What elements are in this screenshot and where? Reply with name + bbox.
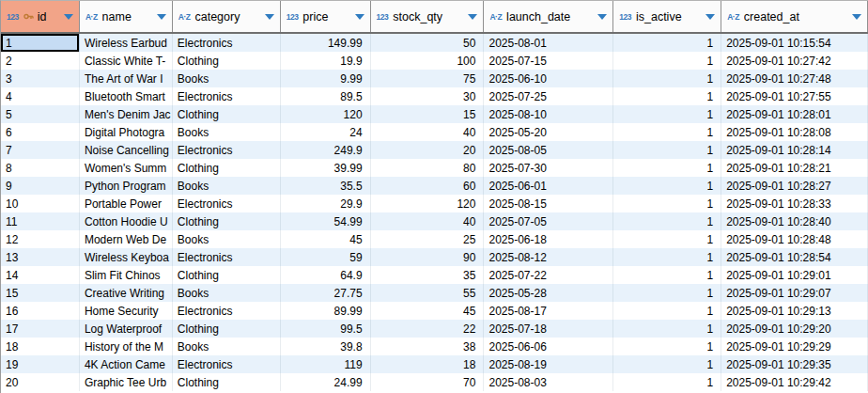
cell-id[interactable]: 9: [1, 177, 80, 195]
cell-is_active[interactable]: 1: [613, 320, 721, 338]
cell-name[interactable]: The Art of War I: [80, 70, 173, 87]
cell-name[interactable]: Wireless Earbud: [80, 34, 173, 52]
cell-name[interactable]: Digital Photogra: [80, 123, 173, 141]
cell-id[interactable]: 17: [1, 320, 80, 338]
cell-launch_date[interactable]: 2025-07-30: [484, 159, 613, 177]
cell-created_at[interactable]: 2025-09-01 10:29:35: [721, 355, 868, 373]
cell-launch_date[interactable]: 2025-08-15: [484, 195, 613, 212]
cell-stock_qty[interactable]: 15: [371, 105, 485, 123]
cell-id[interactable]: 15: [1, 284, 80, 302]
cell-stock_qty[interactable]: 25: [371, 230, 485, 248]
cell-created_at[interactable]: 2025-09-01 10:27:42: [721, 52, 868, 70]
cell-created_at[interactable]: 2025-09-01 10:28:01: [721, 105, 868, 123]
cell-created_at[interactable]: 2025-09-01 10:28:40: [721, 212, 868, 230]
cell-created_at[interactable]: 2025-09-01 10:15:54: [721, 34, 868, 52]
cell-category[interactable]: Books: [173, 338, 281, 355]
cell-price[interactable]: 89.5: [281, 87, 371, 105]
column-header-name[interactable]: A·Zname: [80, 1, 173, 32]
column-header-stock_qty[interactable]: 123stock_qty: [371, 1, 485, 32]
cell-launch_date[interactable]: 2025-07-25: [484, 87, 613, 105]
cell-is_active[interactable]: 1: [613, 212, 721, 230]
cell-created_at[interactable]: 2025-09-01 10:29:42: [721, 373, 868, 391]
selected-cell[interactable]: 1: [1, 34, 80, 52]
cell-stock_qty[interactable]: 55: [371, 284, 485, 302]
cell-category[interactable]: Books: [173, 230, 281, 248]
cell-name[interactable]: Modern Web De: [80, 230, 173, 248]
cell-name[interactable]: Log Waterproof: [80, 320, 173, 338]
cell-name[interactable]: Noise Cancelling: [80, 141, 173, 159]
cell-launch_date[interactable]: 2025-06-01: [484, 177, 613, 195]
cell-created_at[interactable]: 2025-09-01 10:27:48: [721, 70, 868, 87]
cell-category[interactable]: Books: [173, 70, 281, 87]
cell-stock_qty[interactable]: 70: [371, 373, 485, 391]
filter-dropdown-icon[interactable]: [157, 14, 166, 20]
cell-name[interactable]: Home Security: [80, 302, 173, 320]
cell-name[interactable]: Classic White T-: [80, 52, 173, 70]
cell-id[interactable]: 16: [1, 302, 80, 320]
cell-launch_date[interactable]: 2025-07-05: [484, 212, 613, 230]
cell-id[interactable]: 12: [1, 230, 80, 248]
cell-launch_date[interactable]: 2025-06-18: [484, 230, 613, 248]
cell-name[interactable]: Women's Summ: [80, 159, 173, 177]
cell-price[interactable]: 35.5: [281, 177, 371, 195]
cell-name[interactable]: 4K Action Came: [80, 355, 173, 373]
cell-is_active[interactable]: 1: [613, 195, 721, 212]
cell-price[interactable]: 24: [281, 123, 371, 141]
cell-id[interactable]: 10: [1, 195, 80, 212]
cell-is_active[interactable]: 1: [613, 141, 721, 159]
cell-id[interactable]: 4: [1, 87, 80, 105]
cell-is_active[interactable]: 1: [613, 87, 721, 105]
cell-category[interactable]: Clothing: [173, 52, 281, 70]
cell-price[interactable]: 9.99: [281, 70, 371, 87]
cell-created_at[interactable]: 2025-09-01 10:29:07: [721, 284, 868, 302]
cell-category[interactable]: Electronics: [173, 34, 281, 52]
cell-is_active[interactable]: 1: [613, 230, 721, 248]
cell-price[interactable]: 120: [281, 105, 371, 123]
column-header-id[interactable]: 123id: [1, 1, 80, 32]
cell-id[interactable]: 13: [1, 248, 80, 266]
cell-id[interactable]: 7: [1, 141, 80, 159]
cell-name[interactable]: History of the M: [80, 338, 173, 355]
cell-stock_qty[interactable]: 22: [371, 320, 485, 338]
cell-category[interactable]: Electronics: [173, 195, 281, 212]
cell-stock_qty[interactable]: 40: [371, 212, 485, 230]
cell-stock_qty[interactable]: 120: [371, 195, 485, 212]
cell-category[interactable]: Electronics: [173, 302, 281, 320]
cell-launch_date[interactable]: 2025-08-19: [484, 355, 613, 373]
cell-name[interactable]: Wireless Keyboa: [80, 248, 173, 266]
cell-created_at[interactable]: 2025-09-01 10:28:21: [721, 159, 868, 177]
cell-price[interactable]: 59: [281, 248, 371, 266]
cell-is_active[interactable]: 1: [613, 52, 721, 70]
cell-category[interactable]: Clothing: [173, 373, 281, 391]
cell-created_at[interactable]: 2025-09-01 10:29:13: [721, 302, 868, 320]
cell-price[interactable]: 27.75: [281, 284, 371, 302]
cell-is_active[interactable]: 1: [613, 123, 721, 141]
cell-price[interactable]: 89.99: [281, 302, 371, 320]
cell-created_at[interactable]: 2025-09-01 10:28:54: [721, 248, 868, 266]
cell-price[interactable]: 29.9: [281, 195, 371, 212]
cell-created_at[interactable]: 2025-09-01 10:28:08: [721, 123, 868, 141]
cell-stock_qty[interactable]: 50: [371, 34, 485, 52]
cell-id[interactable]: 19: [1, 355, 80, 373]
filter-dropdown-icon[interactable]: [468, 14, 477, 20]
cell-launch_date[interactable]: 2025-06-06: [484, 338, 613, 355]
cell-price[interactable]: 249.9: [281, 141, 371, 159]
cell-stock_qty[interactable]: 35: [371, 266, 485, 284]
cell-launch_date[interactable]: 2025-05-20: [484, 123, 613, 141]
column-header-price[interactable]: 123price: [281, 1, 371, 32]
cell-category[interactable]: Books: [173, 284, 281, 302]
column-header-created_at[interactable]: A·Zcreated_at: [721, 1, 868, 32]
cell-category[interactable]: Electronics: [173, 355, 281, 373]
cell-category[interactable]: Books: [173, 123, 281, 141]
cell-id[interactable]: 18: [1, 338, 80, 355]
cell-price[interactable]: 54.99: [281, 212, 371, 230]
cell-name[interactable]: Slim Fit Chinos: [80, 266, 173, 284]
cell-price[interactable]: 39.99: [281, 159, 371, 177]
cell-category[interactable]: Electronics: [173, 141, 281, 159]
cell-created_at[interactable]: 2025-09-01 10:27:55: [721, 87, 868, 105]
cell-price[interactable]: 64.9: [281, 266, 371, 284]
cell-launch_date[interactable]: 2025-07-15: [484, 52, 613, 70]
cell-launch_date[interactable]: 2025-08-10: [484, 105, 613, 123]
cell-id[interactable]: 6: [1, 123, 80, 141]
cell-created_at[interactable]: 2025-09-01 10:28:14: [721, 141, 868, 159]
